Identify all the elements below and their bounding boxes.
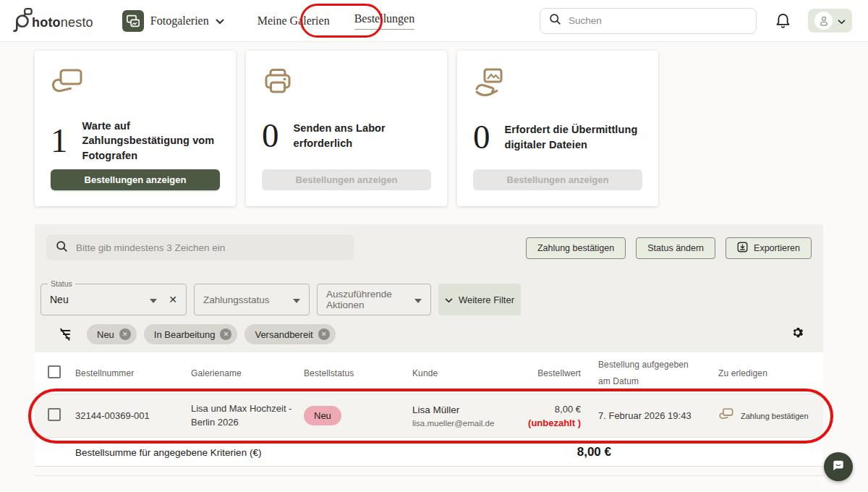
nav-item-bestellungen[interactable]: Bestellungen bbox=[354, 12, 415, 30]
header-order-value: Bestellwert bbox=[499, 368, 590, 378]
caret-down-icon bbox=[293, 293, 300, 306]
header-order-status: Bestellstatus bbox=[304, 368, 412, 378]
status-filter-value: Neu bbox=[50, 294, 69, 305]
filter-chip-versandbereit[interactable]: Versandbereit ✕ bbox=[244, 324, 335, 344]
header-gallery-name: Galeriename bbox=[191, 368, 304, 378]
show-orders-button-disabled[interactable]: Bestellungen anzeigen bbox=[262, 169, 431, 190]
card-label: Warte auf Zahlungsbestätigung vom Fotogr… bbox=[82, 119, 221, 163]
select-all-checkbox[interactable] bbox=[48, 365, 61, 378]
row-checkbox[interactable] bbox=[48, 408, 61, 421]
user-menu-button[interactable] bbox=[808, 9, 852, 33]
nav-item-fotogalerien[interactable]: Fotogalerien bbox=[122, 10, 224, 32]
chip-close-icon[interactable]: ✕ bbox=[318, 328, 330, 340]
search-icon bbox=[56, 240, 68, 255]
chevron-down-icon bbox=[216, 14, 224, 27]
clear-status-filter-icon[interactable]: ✕ bbox=[169, 294, 177, 305]
bell-icon[interactable] bbox=[775, 12, 791, 29]
card-awaiting-payment: 1 Warte auf Zahlungsbestätigung vom Foto… bbox=[35, 51, 236, 206]
orders-table: Bestellnummer Galeriename Bestellstatus … bbox=[35, 352, 823, 467]
search-input[interactable] bbox=[569, 15, 747, 26]
nav-item-meine-galerien[interactable]: Meine Galerien bbox=[258, 14, 330, 27]
payment-confirmation-icon bbox=[51, 67, 220, 100]
section-divider bbox=[35, 475, 823, 476]
header-order-number: Bestellnummer bbox=[75, 368, 191, 378]
clear-filters-icon[interactable] bbox=[58, 326, 74, 342]
filter-selects: Status Neu ✕ Zahlungsstatus Auszuführend… bbox=[41, 284, 521, 315]
card-count: 1 bbox=[51, 124, 68, 158]
search-icon bbox=[549, 13, 561, 28]
active-filter-chips: Neu ✕ In Bearbeitung ✕ Versandbereit ✕ bbox=[58, 324, 336, 344]
show-orders-button[interactable]: Bestellungen anzeigen bbox=[51, 169, 220, 190]
export-button[interactable]: Exportieren bbox=[726, 237, 812, 259]
nav-item-fotogalerien-label: Fotogalerien bbox=[150, 14, 209, 27]
orders-search bbox=[46, 234, 354, 260]
printer-icon bbox=[262, 67, 431, 100]
global-search bbox=[540, 8, 757, 34]
caret-down-icon[interactable] bbox=[150, 293, 157, 306]
app-root: hotonesto Fotogalerien Meine Galerien Be… bbox=[0, 0, 868, 492]
order-row[interactable]: 32144-00369-001 Lisa und Max Hochzeit - … bbox=[35, 394, 823, 438]
cell-payment-status: (unbezahlt ) bbox=[499, 417, 581, 428]
galleries-app-icon bbox=[122, 10, 144, 32]
table-header-row: Bestellnummer Galeriename Bestellstatus … bbox=[35, 352, 823, 394]
cell-order-number: 32144-00369-001 bbox=[75, 410, 191, 421]
status-badge: Neu bbox=[304, 406, 341, 425]
confirm-payment-button[interactable]: Zahlung bestätigen bbox=[526, 237, 626, 259]
actions-filter-select[interactable]: Auszuführende Aktionen bbox=[317, 284, 431, 315]
summary-cards: 1 Warte auf Zahlungsbestätigung vom Foto… bbox=[35, 51, 658, 206]
digital-files-icon bbox=[473, 67, 642, 101]
card-count: 0 bbox=[262, 119, 279, 153]
filter-panel: Zahlung bestätigen Status ändern Exporti… bbox=[35, 224, 823, 352]
payment-status-filter-placeholder: Zahlungsstatus bbox=[203, 294, 270, 305]
card-label: Erfordert die Übermittlung digitaler Dat… bbox=[505, 122, 643, 152]
actions-filter-placeholder: Auszuführende Aktionen bbox=[326, 289, 414, 310]
chevron-down-icon bbox=[445, 294, 453, 305]
cell-order-date: 7. Februar 2026 19:43 bbox=[590, 410, 705, 421]
order-sum-value: 8,00 € bbox=[499, 445, 611, 459]
order-sum-row: Bestellsumme für angegebene Kriterien (€… bbox=[35, 438, 823, 467]
chat-button[interactable] bbox=[824, 452, 853, 481]
change-status-button[interactable]: Status ändern bbox=[636, 237, 715, 259]
card-label: Senden ans Labor erforderlich bbox=[294, 121, 432, 150]
payment-status-filter-select[interactable]: Zahlungsstatus bbox=[194, 284, 310, 315]
user-icon bbox=[814, 12, 833, 30]
cell-order-value: 8,00 € bbox=[499, 404, 581, 415]
logo[interactable]: hotonesto bbox=[10, 5, 93, 37]
download-icon bbox=[737, 242, 748, 255]
caret-down-icon bbox=[414, 293, 422, 306]
confirm-payment-action[interactable]: Zahlung bestätigen bbox=[705, 407, 823, 424]
gear-icon[interactable] bbox=[791, 326, 804, 339]
status-filter-label: Status bbox=[48, 279, 75, 288]
show-orders-button-disabled[interactable]: Bestellungen anzeigen bbox=[473, 169, 642, 190]
orders-search-input[interactable] bbox=[76, 242, 345, 253]
card-send-to-lab: 0 Senden ans Labor erforderlich Bestellu… bbox=[246, 51, 447, 206]
card-digital-files: 0 Erfordert die Übermittlung digitaler D… bbox=[457, 51, 658, 206]
navbar: hotonesto Fotogalerien Meine Galerien Be… bbox=[0, 0, 868, 42]
confirm-payment-action-label: Zahlung bestätigen bbox=[741, 412, 809, 420]
logo-text: hotonesto bbox=[32, 15, 93, 30]
header-order-date: Bestellung aufgegeben am Datum bbox=[598, 357, 694, 390]
bulk-actions: Zahlung bestätigen Status ändern Exporti… bbox=[526, 237, 812, 259]
order-sum-label: Bestellsumme für angegebene Kriterien (€… bbox=[75, 446, 261, 457]
filter-chip-in-bearbeitung[interactable]: In Bearbeitung ✕ bbox=[144, 324, 238, 344]
more-filters-button[interactable]: Weitere Filter bbox=[438, 284, 521, 315]
card-count: 0 bbox=[473, 120, 490, 154]
chevron-down-icon bbox=[838, 14, 846, 27]
filter-chip-neu[interactable]: Neu ✕ bbox=[87, 324, 137, 344]
chip-close-icon[interactable]: ✕ bbox=[220, 328, 231, 340]
cell-customer-email: lisa.mueller@email.de bbox=[412, 419, 499, 428]
header-customer: Kunde bbox=[412, 368, 499, 378]
payment-confirmation-icon bbox=[718, 407, 734, 424]
cell-gallery-name: Lisa und Max Hochzeit - Berlin 2026 bbox=[191, 402, 304, 430]
header-todo: Zu erledigen bbox=[705, 368, 823, 378]
status-filter-select[interactable]: Status Neu ✕ bbox=[41, 284, 187, 315]
chip-close-icon[interactable]: ✕ bbox=[119, 328, 131, 340]
chat-icon bbox=[831, 458, 846, 475]
cell-customer-name: Lisa Müller bbox=[412, 404, 499, 415]
